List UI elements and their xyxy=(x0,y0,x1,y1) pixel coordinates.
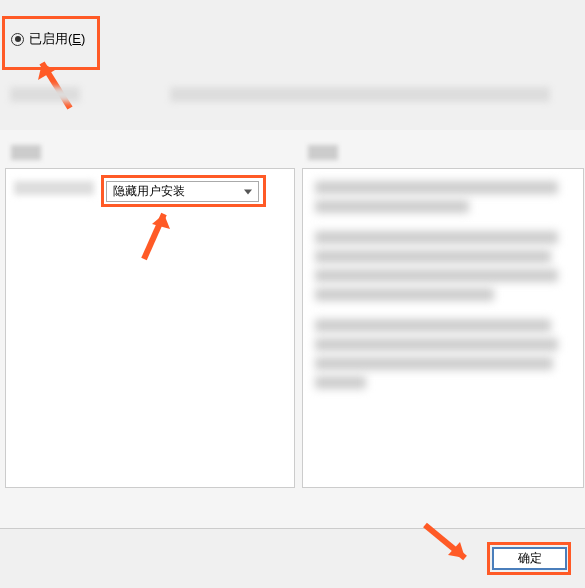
ok-button[interactable]: 确定 xyxy=(492,547,567,570)
enabled-radio[interactable]: 已启用(E) xyxy=(11,30,85,48)
option-label-blurred xyxy=(14,181,94,195)
options-panel: 隐藏用户安装 xyxy=(5,168,295,488)
annotation-arrow-3 xyxy=(420,520,475,568)
chevron-down-icon xyxy=(244,189,252,194)
top-config-section: 已启用(E) xyxy=(0,0,585,130)
help-paragraph-2 xyxy=(315,231,571,301)
help-header xyxy=(308,145,338,160)
install-context-dropdown[interactable]: 隐藏用户安装 xyxy=(106,181,259,202)
help-paragraph-1 xyxy=(315,181,571,213)
annotation-arrow-2 xyxy=(134,209,184,267)
dropdown-selected-text: 隐藏用户安装 xyxy=(113,183,185,200)
options-header xyxy=(11,145,41,160)
platform-support-row xyxy=(10,87,585,105)
radio-circle-icon xyxy=(11,33,24,46)
enabled-radio-label: 已启用(E) xyxy=(29,30,85,48)
dialog-footer: 确定 xyxy=(0,528,585,588)
help-paragraph-3 xyxy=(315,319,571,389)
radio-dot-icon xyxy=(15,36,21,42)
ok-button-label: 确定 xyxy=(518,550,542,567)
help-description-panel xyxy=(302,168,584,488)
